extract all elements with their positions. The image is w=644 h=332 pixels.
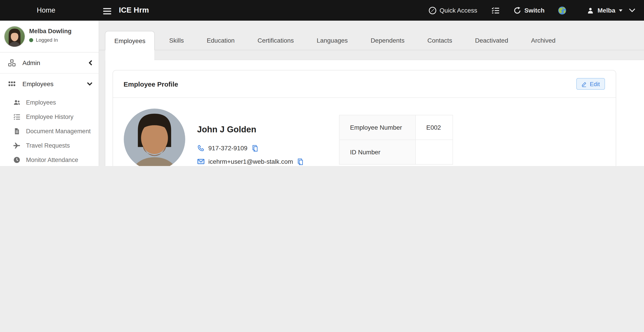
copy-email-icon[interactable] bbox=[297, 158, 304, 165]
app-title: ICE Hrm bbox=[119, 0, 149, 21]
field-value bbox=[415, 140, 452, 164]
john-photo-image bbox=[124, 109, 185, 166]
quick-access-icon bbox=[429, 7, 436, 14]
sidebar-user-status: Logged In bbox=[29, 37, 58, 43]
sidebar: Melba Dowling Logged In Admin Employees … bbox=[0, 21, 99, 166]
chevron-down-icon bbox=[629, 8, 636, 13]
quick-access-label: Quick Access bbox=[440, 7, 477, 14]
field-label: Employee Number bbox=[339, 115, 415, 140]
phone-icon bbox=[197, 144, 204, 152]
main-tabbar: Employees Skills Education Certification… bbox=[105, 31, 569, 50]
quick-access-button[interactable]: Quick Access bbox=[429, 7, 477, 14]
main-content: Employees Skills Education Certification… bbox=[99, 21, 644, 166]
tasks-button[interactable] bbox=[492, 7, 499, 14]
grid-icon bbox=[8, 80, 16, 88]
employee-profile-body: John J Golden 917-372-9109 icehrm+user1@… bbox=[113, 98, 616, 166]
employee-phone-row: 917-372-9109 bbox=[197, 144, 317, 152]
melba-avatar-image bbox=[4, 27, 25, 47]
avatar[interactable] bbox=[4, 26, 25, 47]
profile-edit-button[interactable]: Edit bbox=[576, 78, 605, 90]
pen-icon bbox=[581, 81, 587, 87]
tab-archived[interactable]: Archived bbox=[522, 31, 564, 50]
plane-icon bbox=[14, 142, 20, 149]
checklist-icon bbox=[14, 113, 20, 120]
tasks-icon bbox=[492, 7, 499, 14]
field-label: ID Number bbox=[339, 140, 415, 164]
language-globe-button[interactable] bbox=[558, 6, 567, 15]
sidebar-subitem-employees[interactable]: Employees bbox=[0, 95, 99, 110]
logged-in-label: Logged In bbox=[36, 37, 58, 43]
chevron-left-icon bbox=[89, 60, 92, 66]
user-menu-label: Melba bbox=[598, 7, 615, 14]
app-root: Home ICE Hrm Quick Access Switch Melba bbox=[0, 0, 644, 166]
tab-dependents[interactable]: Dependents bbox=[362, 31, 414, 50]
tab-deactivated[interactable]: Deactivated bbox=[466, 31, 517, 50]
sidebar-subitem-employee-history[interactable]: Employee History bbox=[0, 110, 99, 124]
switch-icon bbox=[514, 7, 521, 14]
employee-name: John J Golden bbox=[197, 125, 317, 135]
employee-email-row: icehrm+user1@web-stalk.com bbox=[197, 158, 317, 165]
employee-profile-title: Employee Profile bbox=[124, 80, 178, 88]
employee-contact-block: John J Golden 917-372-9109 icehrm+user1@… bbox=[197, 109, 317, 166]
tab-content-panel: Employee Profile Edit bbox=[105, 60, 644, 166]
caret-down-icon bbox=[619, 9, 622, 12]
employee-email[interactable]: icehrm+user1@web-stalk.com bbox=[208, 158, 293, 165]
sidebar-item-employees[interactable]: Employees bbox=[0, 74, 99, 94]
mail-icon bbox=[197, 158, 204, 165]
top-navbar: Home ICE Hrm Quick Access Switch Melba bbox=[0, 0, 644, 21]
tab-education[interactable]: Education bbox=[198, 31, 244, 50]
tab-skills[interactable]: Skills bbox=[160, 31, 193, 50]
sidebar-employees-submenu: Employees Employee History Document Mana… bbox=[0, 94, 99, 166]
switch-label: Switch bbox=[524, 7, 544, 14]
cubes-icon bbox=[8, 59, 16, 67]
tab-employees[interactable]: Employees bbox=[105, 31, 155, 50]
chevron-down-icon bbox=[87, 82, 92, 86]
table-row: ID Number bbox=[339, 140, 452, 164]
clock-icon bbox=[14, 156, 20, 163]
employee-profile-header: Employee Profile Edit bbox=[113, 71, 616, 98]
user-menu[interactable]: Melba bbox=[587, 7, 622, 14]
sidebar-subitem-travel-requests[interactable]: Travel Requests bbox=[0, 138, 99, 153]
file-icon bbox=[14, 128, 20, 134]
tab-certifications[interactable]: Certifications bbox=[248, 31, 303, 50]
employee-id-table: Employee Number E002 ID Number bbox=[339, 115, 453, 165]
sidebar-user-name: Melba Dowling bbox=[29, 28, 72, 35]
employee-profile-card: Employee Profile Edit bbox=[112, 70, 616, 166]
tabbar-underline bbox=[99, 50, 644, 50]
hamburger-menu-icon[interactable] bbox=[103, 7, 111, 15]
tab-contacts[interactable]: Contacts bbox=[418, 31, 461, 50]
switch-button[interactable]: Switch bbox=[514, 7, 544, 14]
table-row: Employee Number E002 bbox=[339, 115, 452, 140]
tab-languages[interactable]: Languages bbox=[308, 31, 357, 50]
globe-icon bbox=[558, 6, 567, 15]
field-value: E002 bbox=[415, 115, 452, 140]
sidebar-subitem-document-management[interactable]: Document Management bbox=[0, 124, 99, 138]
sidebar-item-admin[interactable]: Admin bbox=[0, 53, 99, 74]
copy-phone-icon[interactable] bbox=[251, 145, 258, 151]
user-icon bbox=[587, 7, 594, 14]
sidebar-subitem-monitor-attendance[interactable]: Monitor Attendance bbox=[0, 153, 99, 166]
employee-phone[interactable]: 917-372-9109 bbox=[208, 144, 247, 152]
logged-in-dot bbox=[29, 38, 33, 42]
employee-photo bbox=[124, 109, 185, 166]
home-link[interactable]: Home bbox=[37, 0, 56, 21]
users-icon bbox=[14, 99, 20, 106]
collapse-topbar-chevron[interactable] bbox=[629, 8, 636, 13]
sidebar-user-panel: Melba Dowling Logged In bbox=[0, 21, 99, 53]
